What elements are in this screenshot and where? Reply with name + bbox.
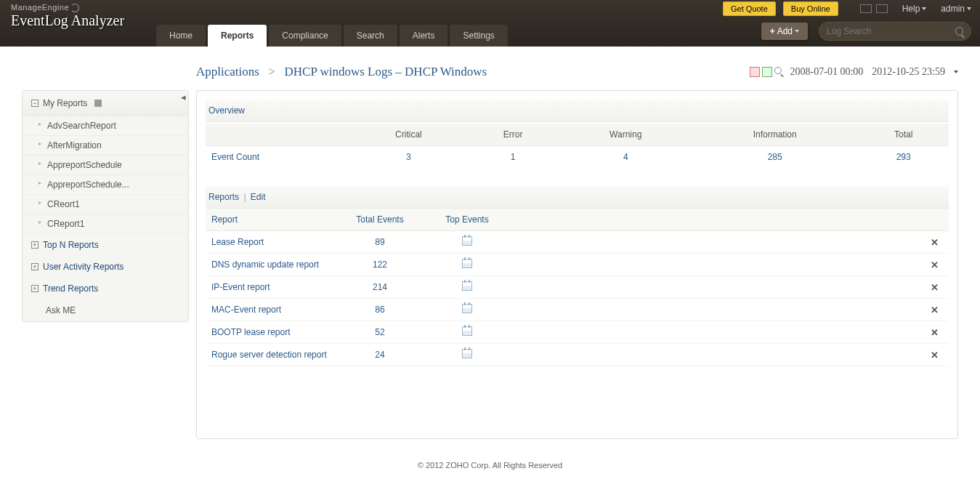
nav-settings[interactable]: Settings xyxy=(450,25,507,47)
delete-icon[interactable]: ✕ xyxy=(931,237,939,248)
collapse-icon: − xyxy=(31,100,39,107)
table-row: MAC-Event report86✕ xyxy=(206,299,949,321)
report-name[interactable]: DNS dynamic update report xyxy=(206,254,336,276)
sidebar-my-reports[interactable]: − My Reports xyxy=(23,91,188,116)
sidebar-ask-me[interactable]: Ask ME xyxy=(23,299,188,321)
report-name[interactable]: Lease Report xyxy=(206,231,336,254)
calendar-icon[interactable] xyxy=(462,236,472,246)
report-name[interactable]: IP-Event report xyxy=(206,276,336,299)
buy-online-button[interactable]: Buy Online xyxy=(783,1,838,16)
csv-export-icon[interactable] xyxy=(762,67,772,77)
overview-val-information[interactable]: 285 xyxy=(692,146,858,169)
calendar-icon[interactable] xyxy=(462,349,472,358)
overview-val-warning[interactable]: 4 xyxy=(559,146,692,169)
reports-col-total: Total Events xyxy=(336,209,424,231)
overview-val-critical[interactable]: 3 xyxy=(351,146,466,169)
breadcrumb: Applications > DHCP windows Logs – DHCP … xyxy=(196,65,487,79)
delete-icon[interactable]: ✕ xyxy=(931,327,939,338)
nav-reports[interactable]: Reports xyxy=(208,25,267,47)
nav-search[interactable]: Search xyxy=(344,25,397,47)
expand-icon: + xyxy=(31,241,39,249)
overview-col-critical: Critical xyxy=(351,124,466,146)
delete-icon[interactable]: ✕ xyxy=(931,350,939,361)
report-total[interactable]: 214 xyxy=(336,276,424,299)
add-button[interactable]: +Add xyxy=(761,23,808,40)
sidebar: ◂ − My Reports AdvSearchReport AfterMigr… xyxy=(0,47,189,450)
overview-table: Critical Error Warning Information Total… xyxy=(206,124,949,168)
sidebar-item-appreportschedule[interactable]: AppreportSchedule xyxy=(23,156,188,175)
log-search-box[interactable] xyxy=(819,22,971,41)
chevron-down-icon xyxy=(922,7,926,10)
report-total[interactable]: 122 xyxy=(336,254,424,276)
footer: © 2012 ZOHO Corp. All Rights Reserved xyxy=(0,450,980,480)
add-report-icon[interactable] xyxy=(94,100,102,107)
overview-col-error: Error xyxy=(466,124,560,146)
log-search-input[interactable] xyxy=(827,26,955,36)
content-area: Applications > DHCP windows Logs – DHCP … xyxy=(189,47,980,450)
monitor-icon[interactable] xyxy=(860,4,872,13)
nav-home[interactable]: Home xyxy=(156,25,206,47)
date-from[interactable]: 2008-07-01 00:00 xyxy=(790,66,864,78)
top-header: Get Quote Buy Online Help admin ManageEn… xyxy=(0,0,980,47)
table-row: Lease Report89✕ xyxy=(206,231,949,254)
report-name[interactable]: BOOTP lease report xyxy=(206,321,336,344)
delete-icon[interactable]: ✕ xyxy=(931,305,939,315)
overview-col-total: Total xyxy=(858,124,949,146)
chevron-down-icon xyxy=(967,7,971,10)
brand-logo: ManageEngine EventLog Analyzer xyxy=(11,3,124,29)
breadcrumb-page: DHCP windows Logs – DHCP Windows xyxy=(284,65,487,79)
zoom-icon[interactable] xyxy=(774,67,782,74)
report-total[interactable]: 89 xyxy=(336,231,424,254)
calendar-icon[interactable] xyxy=(462,259,472,268)
admin-menu[interactable]: admin xyxy=(941,4,971,14)
calendar-icon[interactable] xyxy=(462,281,472,291)
overview-val-error[interactable]: 1 xyxy=(466,146,560,169)
delete-icon[interactable]: ✕ xyxy=(931,282,939,293)
reports-section-header: Reports | Edit xyxy=(206,186,949,209)
dashboard-icon[interactable] xyxy=(876,4,888,13)
top-right-bar: Get Quote Buy Online Help admin xyxy=(714,0,980,17)
nav-alerts[interactable]: Alerts xyxy=(400,25,448,47)
sidebar-item-advsearch[interactable]: AdvSearchReport xyxy=(23,116,188,136)
sidebar-item-aftermigration[interactable]: AfterMigration xyxy=(23,136,188,156)
table-row: BOOTP lease report52✕ xyxy=(206,321,949,344)
overview-row: Event Count 3 1 4 285 293 xyxy=(206,146,949,169)
breadcrumb-root[interactable]: Applications xyxy=(196,65,259,79)
calendar-icon[interactable] xyxy=(462,326,472,336)
reports-tab[interactable]: Reports xyxy=(208,192,239,202)
expand-icon: + xyxy=(31,263,39,270)
nav-compliance[interactable]: Compliance xyxy=(269,25,341,47)
delete-icon[interactable]: ✕ xyxy=(931,259,939,270)
report-total[interactable]: 24 xyxy=(336,344,424,366)
get-quote-button[interactable]: Get Quote xyxy=(723,1,776,16)
pdf-export-icon[interactable] xyxy=(750,67,760,77)
report-name[interactable]: MAC-Event report xyxy=(206,299,336,321)
sidebar-collapse-toggle[interactable]: ◂ xyxy=(181,92,186,102)
date-to[interactable]: 2012-10-25 23:59 xyxy=(872,66,945,78)
sidebar-item-creort1[interactable]: CReort1 xyxy=(23,195,188,214)
search-icon[interactable] xyxy=(955,27,963,36)
chevron-down-icon xyxy=(795,30,799,33)
calendar-icon[interactable] xyxy=(462,304,472,313)
content-panel: Overview Critical Error Warning Informat… xyxy=(196,90,958,439)
sidebar-user-activity-reports[interactable]: + User Activity Reports xyxy=(23,256,188,278)
sidebar-item-appreportschedule2[interactable]: AppreportSchedule... xyxy=(23,175,188,195)
report-name[interactable]: Rogue server detection report xyxy=(206,344,336,366)
header-tools: +Add xyxy=(761,22,971,41)
edit-tab[interactable]: Edit xyxy=(251,192,266,202)
overview-col-warning: Warning xyxy=(559,124,692,146)
main-nav: Home Reports Compliance Search Alerts Se… xyxy=(156,25,508,47)
report-total[interactable]: 86 xyxy=(336,299,424,321)
report-total[interactable]: 52 xyxy=(336,321,424,344)
overview-row-label: Event Count xyxy=(206,146,351,169)
chevron-down-icon[interactable] xyxy=(954,71,958,73)
swirl-icon xyxy=(70,4,79,12)
sidebar-trend-reports[interactable]: + Trend Reports xyxy=(23,278,188,299)
sidebar-top-n-reports[interactable]: + Top N Reports xyxy=(23,234,188,256)
overview-val-total[interactable]: 293 xyxy=(858,146,949,169)
overview-col-information: Information xyxy=(692,124,858,146)
expand-icon: + xyxy=(31,285,39,292)
sidebar-item-creport1[interactable]: CReport1 xyxy=(23,214,188,234)
help-menu[interactable]: Help xyxy=(902,4,927,14)
table-row: Rogue server detection report24✕ xyxy=(206,344,949,366)
